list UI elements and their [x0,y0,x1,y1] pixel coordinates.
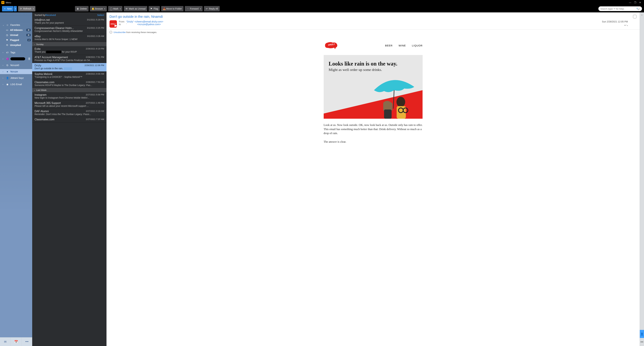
redacted-text [46,51,61,53]
message-date: 2/28/2021 9:00 AM [86,73,104,76]
mark-unread-button[interactable]: ✉Mark as Unread [124,6,147,11]
mail-tab[interactable]: ✉ [0,338,11,346]
message-date: Sun 2/28/2021 12:05 PM [602,20,628,23]
calendar-tab[interactable]: 📅 [11,338,22,346]
reading-pane: Don't go outside in the rain, Nnamdi DRI… [106,12,640,346]
toolbar: ＋New ▾ ⟳Refresh▾ 🗑Delete 🔔Snooze▾ ◯Mark▾… [0,5,644,12]
trash-icon: 🗑 [77,7,79,10]
yahoo-icon: ● [6,70,9,73]
title-bar: ✉ Menu — ❐ ✕ [0,0,644,5]
flag-icon: ⚑ [150,7,152,10]
sidebar-account-1[interactable]: ›GNcruze0 [0,63,32,68]
message-item[interactable]: DAF Alumni2/27/2021 9:19 AMReminder: Don… [32,109,106,117]
svg-line-1 [393,90,394,109]
chevron-down-icon: ⌄ [3,24,4,26]
message-item[interactable]: Sophia Melonē2/28/2021 9:00 AM"Caregivin… [32,72,106,80]
from-name[interactable]: "Drizly" [126,20,134,23]
to-label: to [119,23,126,26]
account-icon: 🟣 [6,57,9,60]
chevron-right-icon: › [3,64,4,66]
date-group-header[interactable]: ⌄Last Week [32,88,106,92]
sidebar-all-inboxes[interactable]: ▭All Inboxes38 [0,27,32,32]
redacted-text [64,67,72,70]
more-icon: ••• [640,341,643,344]
message-item[interactable]: AT&T Account Management2/28/2021 7:51 PM… [32,55,106,63]
new-dropdown-button[interactable]: ▾ [14,6,17,11]
chevron-down-icon: ⌄ [34,89,35,91]
tag-icon: 🏷 [6,51,9,54]
select-link[interactable]: Select [97,13,104,16]
message-item[interactable]: eBay3/1/2021 3:26 AMInvicta Men's 0674 F… [32,34,106,42]
from-address[interactable]: <cheers@email.drizly.com> [134,20,163,23]
sidebar-favorites[interactable]: ⌄☆Favorites [0,22,32,27]
message-subject: Don't go outside in the rain, Nnamdi [110,15,628,18]
sidebar-tags[interactable]: ›🏷Tags [0,50,32,55]
from-label: From [119,20,126,23]
message-item[interactable]: info@rcn.net3/1/2021 5:29 PMThank you fo… [32,17,106,26]
mark-button[interactable]: ◯Mark▾ [108,6,122,11]
message-date: 2/28/2021 9:19 PM [86,47,104,50]
chevron-down-icon[interactable]: ▾ [627,25,628,26]
sidebar-account-2[interactable]: ›●Ncruze [0,69,32,74]
menu-label[interactable]: Menu [6,1,11,4]
reply-icon[interactable]: ↩ [624,24,626,27]
more-actions-button[interactable]: ••• [640,338,644,346]
message-snippet: Proceso su Pago A AT&T Por Cuenta Finali… [34,59,104,61]
sidebar-flagged[interactable]: ⚑Flagged2 [0,37,32,42]
search-icon: 🔍▾ [636,7,640,10]
message-from: Evite [34,47,84,50]
sidebar: ⌄☆Favorites ▭All Inboxes38 ◷Unread38 ⚑Fl… [0,12,32,346]
sidebar-account-0[interactable]: ›🟣🗄 [0,56,32,61]
message-item[interactable]: Classmates.com2/27/2021 7:37 AM [32,117,106,123]
search-input[interactable] [600,7,636,10]
message-item[interactable]: Classmates.com2/28/2021 7:53 AMSomeone R… [32,80,106,88]
message-item[interactable]: Microsoft 365 Support2/27/2021 1:49 PMPl… [32,101,106,109]
message-item[interactable]: Instagram2/27/2021 5:58 PMNew login to I… [32,92,106,101]
window-minimize-button[interactable]: — [628,1,632,4]
chevron-right-icon: › [3,71,4,73]
flag-button[interactable]: ⚑Flag [148,6,160,11]
sidebar-account-4[interactable]: ›◉LGG Email [0,82,32,87]
message-item[interactable]: Drizly2/28/2021 12:06 PMDon't go outside… [32,63,106,71]
move-folder-button[interactable]: 📥Move to Folder [161,6,184,11]
message-snippet: Reminder: Don't miss the The Dunbar Lega… [34,113,104,115]
nav-liquor[interactable]: LIQUOR [412,44,422,47]
to-address[interactable]: <ncruze@yahoo.com> [137,23,161,26]
message-date: 2/27/2021 9:19 AM [86,110,104,113]
more-tab[interactable]: ••• [22,338,32,346]
umbrella-illustration [367,75,418,119]
collapse-right-button[interactable]: ‹ [640,12,644,17]
delete-button[interactable]: 🗑Delete [75,6,88,11]
hero-image: Looks like rain is on the way. Might as … [324,55,422,119]
calendar-icon: 📅 [14,340,18,344]
reply-all-button[interactable]: ↩Reply All [204,6,220,11]
message-snippet: "Caregiving is a CHOICE!" - Sophia Melon… [34,76,104,78]
date-group-header[interactable]: ⌄Sunday [32,42,106,46]
sort-header[interactable]: Sorted by Received Select [32,12,106,17]
nav-beer[interactable]: BEER [385,44,392,47]
window-close-button[interactable]: ✕ [638,1,643,4]
refresh-button[interactable]: ⟳Refresh▾ [18,6,36,11]
chevron-down-icon: ▾ [33,8,34,10]
nav-wine[interactable]: WINE [399,44,406,47]
count-badge: 38 [26,29,30,31]
window-maximize-button[interactable]: ❐ [632,1,638,4]
new-button[interactable]: ＋New [2,6,14,11]
unsubscribe-link[interactable]: Unsubscribe [114,31,126,33]
chevron-down-icon: ▾ [200,8,201,10]
message-item[interactable]: Congresswoman Eleanor Holm...3/1/2021 3:… [32,26,106,34]
inbox-icon: ▭ [6,29,8,31]
google-icon: G [6,64,9,66]
contacts-button[interactable]: 👤 [640,330,644,338]
sidebar-unread[interactable]: ◷Unread38 [0,32,32,37]
message-item[interactable]: Evite2/28/2021 9:19 PMThank you for your… [32,46,106,55]
search-box[interactable]: 🔍▾ [598,6,642,11]
message-from: AT&T Account Management [34,56,84,59]
snooze-button[interactable]: 🔔Snooze▾ [90,6,107,11]
chevron-right-icon: › [3,83,4,85]
sidebar-unreplied[interactable]: ⟲Unreplied [0,42,32,48]
circle-icon: ◯ [110,7,112,10]
forward-button[interactable]: →Forward▾ [185,6,202,11]
message-checkbox[interactable] [633,15,636,18]
sidebar-account-3[interactable]: ›👤Jideani Sayz [0,75,32,80]
